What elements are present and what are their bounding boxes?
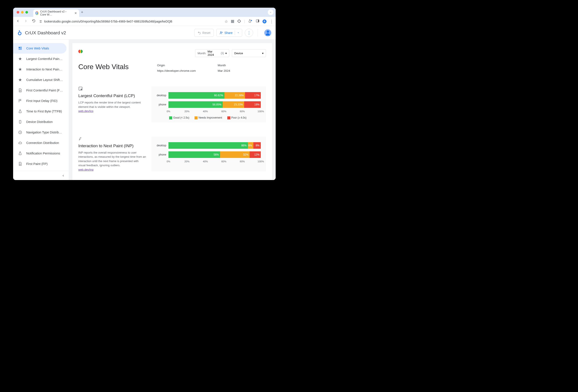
metric-description: LCP reports the render time of the large…: [78, 100, 146, 109]
kebab-icon: ⋮: [247, 30, 251, 35]
report-title: CrUX Dashboard v2: [25, 30, 66, 35]
page-title: Core Web Vitals: [78, 63, 148, 72]
origin-label: Origin: [157, 64, 196, 67]
compass-icon: [18, 130, 22, 134]
chart-legend: Good (< 2.5s)Needs ImprovementPoor (≥ 4.…: [155, 116, 261, 119]
flask-icon: [18, 151, 22, 155]
sidebar-item-label: Device Distribution: [26, 120, 53, 124]
tabs-dropdown-button[interactable]: [268, 9, 274, 15]
sidebar-item-6[interactable]: Time to First Byte (TTFB): [13, 106, 66, 117]
month-value: Mar 2024: [218, 69, 230, 72]
bar-segment: 6%: [248, 142, 253, 149]
site-settings-icon: [39, 20, 43, 23]
device-icon: [18, 120, 22, 124]
sidebar-item-label: First Input Delay (FID): [26, 99, 57, 102]
dashboard-icon: [18, 46, 22, 50]
metric-icon: [78, 86, 146, 92]
bookmark-star-icon[interactable]: ☆: [225, 19, 228, 24]
doc-icon: [18, 162, 22, 166]
svg-point-8: [220, 32, 221, 33]
star-icon: [18, 67, 22, 71]
chevron-left-icon: [62, 174, 65, 177]
svg-rect-12: [19, 49, 20, 50]
svg-rect-13: [19, 120, 21, 123]
close-tab-icon[interactable]: ✕: [74, 11, 77, 15]
titlebar: CrUX Dashboard v2 › Core W… ✕ +: [13, 8, 276, 17]
doc-icon: [18, 88, 22, 92]
sidebar-item-label: First Contentful Paint (F…: [26, 89, 63, 92]
sidebar-item-8[interactable]: Navigation Type Distrib…: [13, 127, 66, 138]
sidebar-item-0[interactable]: Core Web Vitals: [13, 43, 66, 53]
bar-segment: 23.33%: [223, 101, 244, 108]
minimize-window-icon[interactable]: [21, 11, 24, 14]
address-bar[interactable]: lookerstudio.google.com/u/0/reporting/bb…: [39, 20, 222, 23]
app-header: CrUX Dashboard v2 Reset Share ⋮: [13, 26, 276, 40]
bar-category-label: phone: [155, 103, 168, 106]
extension-box-icon[interactable]: [231, 20, 234, 23]
bar-segment: 18%: [244, 101, 261, 108]
profile-avatar-icon[interactable]: B: [263, 19, 266, 23]
reset-button[interactable]: Reset: [194, 29, 214, 37]
bar-segment: 58.85%: [168, 101, 223, 108]
web-vitals-logo-icon: [78, 49, 83, 53]
sidebar-item-5[interactable]: First Input Delay (FID): [13, 96, 66, 106]
svg-point-5: [41, 22, 41, 23]
person-add-icon: [219, 31, 223, 35]
back-button[interactable]: [15, 19, 21, 24]
bar-category-label: desktop: [155, 94, 168, 97]
browser-menu-icon[interactable]: ⋮: [270, 19, 274, 24]
share-button[interactable]: Share: [216, 29, 242, 37]
device-filter-dropdown[interactable]: Device ▾: [232, 49, 266, 57]
metric-link[interactable]: web.dev/lcp: [78, 109, 94, 113]
sidebar-item-4[interactable]: First Contentful Paint (F…: [13, 85, 66, 96]
bar-category-label: desktop: [155, 144, 168, 147]
new-tab-button[interactable]: +: [81, 10, 83, 15]
sidepanel-icon[interactable]: [256, 19, 259, 24]
sidebar-item-10[interactable]: Notification Permissions: [13, 148, 66, 159]
maximize-window-icon[interactable]: [25, 11, 28, 14]
metric-icon: [78, 137, 146, 142]
account-avatar[interactable]: [264, 29, 271, 36]
looker-favicon-icon: [36, 11, 39, 15]
sidebar-item-9[interactable]: Connection Distribution: [13, 138, 66, 148]
bar-row: phone58.85%23.33%18%: [155, 101, 261, 108]
bar-segment: 56%: [168, 151, 220, 158]
svg-rect-9: [19, 47, 20, 48]
close-window-icon[interactable]: [17, 11, 19, 14]
url-text: lookerstudio.google.com/u/0/reporting/bb…: [44, 20, 172, 23]
forward-button[interactable]: [23, 19, 28, 24]
flask-icon: [18, 109, 22, 113]
month-filter-dropdown[interactable]: Month: Mar 2024 (1) ▾: [195, 49, 229, 57]
metric-title: Largest Contentful Paint (LCP): [78, 94, 146, 98]
browser-tab[interactable]: CrUX Dashboard v2 › Core W… ✕: [33, 9, 79, 17]
sidebar-item-3[interactable]: Cumulative Layout Shift…: [13, 75, 66, 85]
bar-segment: 17%: [245, 92, 261, 99]
extensions-icon[interactable]: [237, 19, 241, 24]
sidebar-item-7[interactable]: Device Distribution: [13, 117, 66, 127]
bar-segment: 8%: [253, 142, 261, 149]
sidebar-item-11[interactable]: First Paint (FP): [13, 159, 66, 169]
sidebar-item-label: Cumulative Layout Shift…: [26, 78, 63, 82]
more-options-button[interactable]: ⋮: [245, 29, 253, 37]
looker-logo-icon: [17, 30, 22, 35]
sidebar-item-2[interactable]: Interaction to Next Pain…: [13, 64, 66, 75]
sidebar-item-label: Time to First Byte (TTFB): [26, 110, 62, 113]
bar-segment: 60.62%: [168, 92, 225, 99]
caret-down-icon: ▾: [262, 52, 264, 55]
bar-row: desktop60.62%22.38%17%: [155, 92, 261, 99]
undo-icon: [197, 31, 201, 35]
reload-button[interactable]: [31, 19, 36, 24]
metric-link[interactable]: web.dev/inp: [78, 168, 94, 171]
chevron-down-icon: [269, 11, 272, 14]
collapse-sidebar-button[interactable]: [13, 171, 69, 180]
browser-window: CrUX Dashboard v2 › Core W… ✕ + lookerst…: [13, 8, 276, 180]
bar-segment: 12%: [250, 151, 261, 158]
origin-value: https://developer.chrome.com: [157, 69, 196, 72]
bar-segment: 86%: [168, 142, 248, 149]
month-label: Month: [218, 64, 230, 67]
labs-icon[interactable]: [248, 19, 253, 24]
sidebar-item-1[interactable]: Largest Contentful Pain…: [13, 53, 66, 64]
sidebar-item-label: Connection Distribution: [26, 141, 59, 145]
flag-icon: [18, 99, 22, 103]
url-bar: lookerstudio.google.com/u/0/reporting/bb…: [13, 17, 276, 26]
